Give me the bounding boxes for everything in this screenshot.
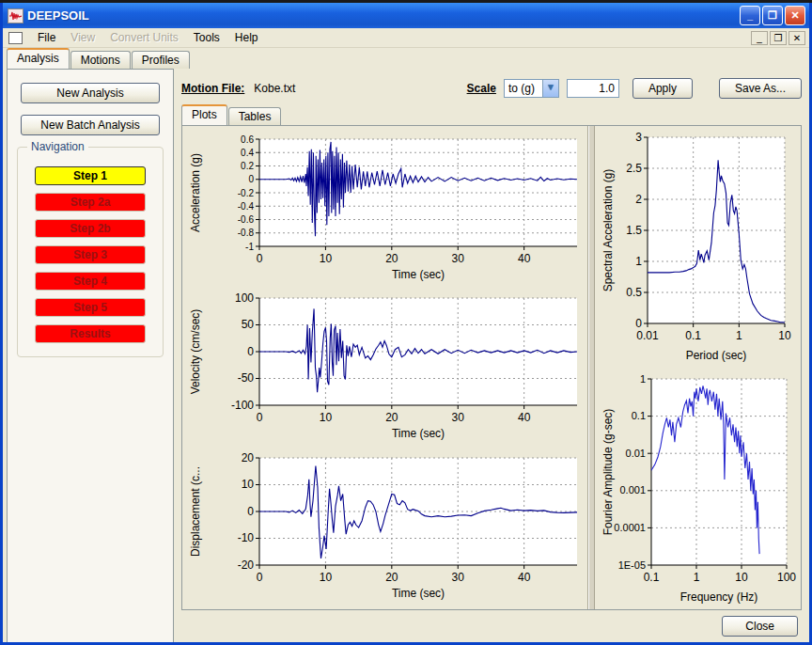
time-series-panel: 0102030400.60.40.20-0.2-0.4-0.6-0.8-1Tim… bbox=[182, 126, 588, 609]
window-title: DEEPSOIL bbox=[27, 8, 740, 23]
svg-text:Time (sec): Time (sec) bbox=[391, 268, 444, 281]
scale-unit-select[interactable]: to (g) ▼ bbox=[504, 79, 559, 98]
svg-text:0: 0 bbox=[635, 317, 642, 330]
svg-text:30: 30 bbox=[451, 411, 464, 424]
main-tab-strip: Analysis Motions Profiles bbox=[3, 48, 809, 69]
mdi-minimize-button[interactable]: _ bbox=[751, 31, 768, 45]
svg-text:0.0001: 0.0001 bbox=[614, 522, 646, 533]
fourier-amplitude-chart: 0.111010010.10.010.0010.00011E-05Frequen… bbox=[599, 368, 798, 609]
svg-text:0.001: 0.001 bbox=[619, 484, 646, 496]
svg-text:1.5: 1.5 bbox=[626, 224, 642, 237]
mdi-restore-button[interactable]: ❐ bbox=[770, 31, 787, 45]
menu-tools[interactable]: Tools bbox=[186, 29, 227, 46]
title-bar[interactable]: DEEPSOIL _ ❐ ✕ bbox=[3, 3, 809, 28]
client-area: Analysis Motions Profiles New Analysis N… bbox=[3, 48, 809, 642]
new-analysis-button[interactable]: New Analysis bbox=[21, 83, 160, 103]
tab-plots[interactable]: Plots bbox=[181, 104, 227, 125]
new-batch-analysis-button[interactable]: New Batch Analysis bbox=[21, 115, 160, 135]
footer-bar: Close bbox=[181, 610, 802, 642]
step-3-button[interactable]: Step 3 bbox=[35, 245, 146, 264]
navigation-group: Navigation Step 1 Step 2a Step 2b Step 3… bbox=[17, 147, 164, 357]
svg-text:Fourier Amplitude (g-sec): Fourier Amplitude (g-sec) bbox=[601, 409, 615, 536]
results-button[interactable]: Results bbox=[35, 324, 146, 343]
svg-text:30: 30 bbox=[451, 252, 464, 265]
chevron-down-icon[interactable]: ▼ bbox=[542, 80, 558, 97]
mdi-close-button[interactable]: ✕ bbox=[789, 31, 805, 45]
plot-tab-strip: Plots Tables bbox=[181, 104, 802, 125]
save-as-button[interactable]: Save As... bbox=[719, 78, 802, 99]
svg-text:Acceleration (g): Acceleration (g) bbox=[189, 152, 202, 231]
menu-help[interactable]: Help bbox=[227, 29, 266, 46]
screen: DEEPSOIL _ ❐ ✕ File View Convert Units T… bbox=[0, 0, 812, 645]
svg-text:1: 1 bbox=[735, 329, 742, 342]
svg-text:2.5: 2.5 bbox=[626, 162, 642, 175]
step-5-button[interactable]: Step 5 bbox=[35, 298, 146, 317]
step-2a-button[interactable]: Step 2a bbox=[35, 193, 146, 212]
svg-text:10: 10 bbox=[778, 329, 791, 342]
svg-text:0: 0 bbox=[256, 411, 262, 424]
close-window-button[interactable]: ✕ bbox=[785, 6, 805, 25]
step-4-button[interactable]: Step 4 bbox=[35, 272, 146, 291]
svg-text:20: 20 bbox=[385, 571, 398, 584]
svg-text:Spectral Acceleration (g): Spectral Acceleration (g) bbox=[601, 169, 615, 292]
motion-file-value: Kobe.txt bbox=[254, 82, 295, 95]
svg-text:2: 2 bbox=[635, 193, 642, 206]
svg-text:-100: -100 bbox=[230, 399, 253, 412]
svg-text:-20: -20 bbox=[237, 558, 254, 571]
minimize-button[interactable]: _ bbox=[740, 6, 760, 25]
step-1-button[interactable]: Step 1 bbox=[35, 166, 146, 185]
menu-bar: File View Convert Units Tools Help _ ❐ ✕ bbox=[3, 28, 809, 48]
svg-text:0: 0 bbox=[247, 504, 254, 517]
spectra-panel: 0.010.111000.511.522.53Period (sec)Spect… bbox=[595, 126, 801, 609]
svg-text:0.1: 0.1 bbox=[631, 410, 645, 421]
step-2b-button[interactable]: Step 2b bbox=[35, 219, 146, 238]
svg-text:40: 40 bbox=[517, 571, 530, 584]
mdi-document-icon[interactable] bbox=[8, 32, 23, 44]
svg-text:10: 10 bbox=[319, 571, 332, 584]
svg-text:100: 100 bbox=[234, 291, 253, 305]
svg-text:-0.4: -0.4 bbox=[237, 200, 254, 211]
maximize-button[interactable]: ❐ bbox=[762, 6, 783, 25]
svg-text:Time (sec): Time (sec) bbox=[391, 587, 444, 600]
svg-text:40: 40 bbox=[517, 411, 530, 424]
tab-motions[interactable]: Motions bbox=[70, 51, 131, 69]
svg-text:Period (sec): Period (sec) bbox=[685, 349, 746, 362]
svg-text:0: 0 bbox=[256, 252, 262, 265]
svg-text:0.01: 0.01 bbox=[625, 448, 645, 459]
svg-text:-0.2: -0.2 bbox=[237, 187, 254, 197]
svg-text:Frequency (Hz): Frequency (Hz) bbox=[679, 590, 757, 604]
svg-text:0.6: 0.6 bbox=[241, 134, 254, 144]
motion-content: Motion File: Kobe.txt Scale to (g) ▼ App… bbox=[174, 69, 809, 642]
plots-page: 0102030400.60.40.20-0.2-0.4-0.6-0.8-1Tim… bbox=[181, 125, 802, 610]
svg-text:50: 50 bbox=[241, 318, 254, 331]
displacement-chart: 01020304020100-10-20Time (sec)Displaceme… bbox=[186, 448, 585, 606]
svg-text:0.01: 0.01 bbox=[636, 329, 659, 342]
svg-text:0: 0 bbox=[256, 571, 262, 584]
svg-text:-1: -1 bbox=[245, 241, 254, 251]
svg-text:1: 1 bbox=[635, 255, 642, 268]
svg-text:40: 40 bbox=[517, 252, 530, 265]
app-logo-icon bbox=[8, 8, 23, 24]
svg-text:1: 1 bbox=[693, 571, 699, 584]
svg-text:-0.8: -0.8 bbox=[237, 228, 254, 238]
apply-button[interactable]: Apply bbox=[632, 78, 693, 99]
panel-splitter[interactable] bbox=[588, 126, 595, 609]
svg-text:1: 1 bbox=[639, 373, 645, 385]
navigation-group-title: Navigation bbox=[27, 140, 88, 153]
svg-text:20: 20 bbox=[241, 450, 254, 464]
velocity-chart: 010203040100500-50-100Time (sec)Velocity… bbox=[186, 289, 585, 447]
tab-tables[interactable]: Tables bbox=[228, 107, 282, 125]
svg-text:Velocity (cm/sec): Velocity (cm/sec) bbox=[189, 309, 202, 395]
svg-text:-0.6: -0.6 bbox=[237, 214, 254, 225]
tab-analysis[interactable]: Analysis bbox=[7, 48, 70, 69]
menu-convert-units: Convert Units bbox=[102, 29, 186, 46]
svg-text:10: 10 bbox=[319, 411, 332, 424]
tab-profiles[interactable]: Profiles bbox=[132, 51, 190, 69]
svg-text:0: 0 bbox=[248, 174, 254, 184]
svg-text:0.5: 0.5 bbox=[626, 286, 642, 299]
close-button[interactable]: Close bbox=[722, 616, 798, 637]
acceleration-chart: 0102030400.60.40.20-0.2-0.4-0.6-0.8-1Tim… bbox=[186, 130, 585, 288]
menu-file[interactable]: File bbox=[30, 29, 63, 46]
svg-text:3: 3 bbox=[635, 131, 642, 144]
scale-factor-input[interactable] bbox=[567, 79, 619, 98]
